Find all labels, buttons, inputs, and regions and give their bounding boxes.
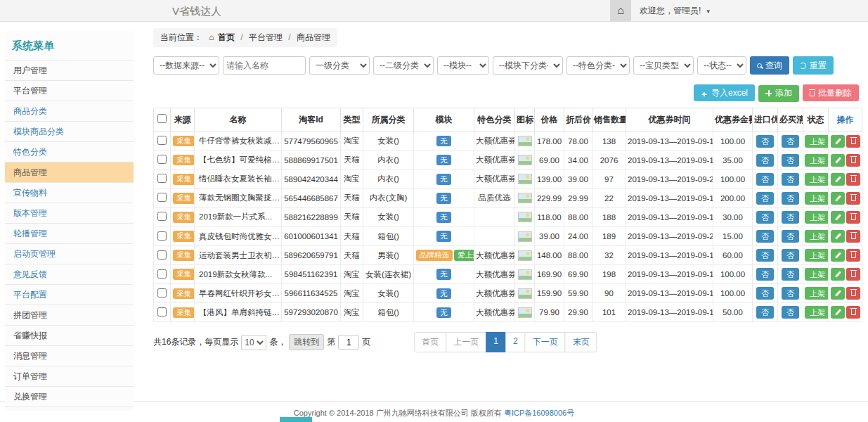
sidebar-item[interactable]: 订单管理 — [5, 366, 134, 387]
pager-next[interactable]: 下一页 — [525, 332, 566, 352]
row-checkbox[interactable] — [157, 288, 167, 298]
module-subcategory-select[interactable]: --模块下分类-- — [493, 56, 563, 75]
edit-button[interactable] — [831, 211, 845, 224]
sidebar-item[interactable]: 启动页管理 — [5, 244, 134, 264]
row-checkbox[interactable] — [157, 269, 167, 279]
item-type-select[interactable]: --宝贝类型-- — [633, 56, 694, 75]
must-buy-toggle[interactable]: 否 — [782, 287, 799, 300]
level2-category-select[interactable]: --二级分类-- — [373, 56, 434, 75]
import-select-toggle[interactable]: 否 — [756, 249, 774, 262]
status-button[interactable]: 上架 — [805, 287, 829, 300]
delete-button[interactable] — [846, 173, 860, 186]
status-select[interactable]: --状态-- — [697, 56, 746, 75]
sidebar-item[interactable] — [5, 407, 134, 411]
import-select-toggle[interactable]: 否 — [756, 192, 774, 205]
import-excel-button[interactable]: 导入excel — [694, 84, 755, 101]
breadcrumb-home-link[interactable]: 首页 — [218, 32, 235, 42]
sidebar-item[interactable]: 平台配置 — [5, 285, 134, 305]
sidebar-item[interactable]: 意见反馈 — [5, 264, 134, 285]
sidebar-item[interactable]: 宣传物料 — [5, 183, 134, 203]
import-select-toggle[interactable]: 否 — [756, 135, 774, 148]
edit-button[interactable] — [831, 135, 845, 148]
edit-button[interactable] — [831, 192, 845, 205]
sidebar-item[interactable]: 拼团管理 — [5, 305, 134, 326]
level1-category-select[interactable]: 一级分类 — [309, 56, 370, 75]
delete-button[interactable] — [846, 306, 860, 319]
must-buy-toggle[interactable]: 否 — [782, 135, 799, 148]
status-button[interactable]: 上架 — [805, 230, 829, 243]
must-buy-toggle[interactable]: 否 — [782, 306, 799, 319]
icp-link[interactable]: 粤ICP备16098006号 — [504, 409, 574, 417]
row-checkbox[interactable] — [157, 212, 167, 221]
delete-button[interactable] — [846, 211, 860, 224]
page-size-select[interactable]: 10 — [241, 335, 266, 350]
status-button[interactable]: 上架 — [805, 135, 829, 148]
status-button[interactable]: 上架 — [805, 192, 829, 205]
reset-button[interactable]: 重置 — [793, 56, 834, 75]
row-checkbox[interactable] — [157, 307, 167, 316]
delete-button[interactable] — [846, 154, 860, 167]
must-buy-toggle[interactable]: 否 — [782, 211, 799, 224]
status-button[interactable]: 上架 — [805, 154, 829, 167]
sidebar-item[interactable]: 特色分类 — [5, 142, 134, 162]
must-buy-toggle[interactable]: 否 — [782, 230, 799, 243]
import-select-toggle[interactable]: 否 — [756, 230, 774, 243]
delete-button[interactable] — [846, 192, 860, 205]
sidebar-item[interactable]: 兑换管理 — [5, 387, 134, 407]
delete-button[interactable] — [846, 268, 860, 281]
edit-button[interactable] — [831, 249, 845, 262]
home-button[interactable]: ⌂ — [610, 0, 631, 21]
row-checkbox[interactable] — [157, 155, 167, 164]
row-checkbox[interactable] — [157, 231, 167, 241]
sidebar-item[interactable]: 用户管理 — [5, 60, 134, 81]
jump-button[interactable]: 跳转到 — [289, 334, 324, 350]
delete-button[interactable] — [846, 249, 860, 262]
edit-button[interactable] — [831, 230, 845, 243]
user-menu[interactable]: 欢迎您，管理员! ▼ — [640, 5, 711, 17]
search-button[interactable]: 查询 — [750, 56, 789, 75]
status-button[interactable]: 上架 — [805, 173, 829, 186]
data-source-select[interactable]: --数据来源-- — [153, 56, 219, 75]
row-checkbox[interactable] — [157, 193, 167, 202]
sidebar-item[interactable]: 消息管理 — [5, 346, 134, 366]
batch-delete-button[interactable]: 批量删除 — [803, 84, 859, 101]
must-buy-toggle[interactable]: 否 — [782, 173, 799, 186]
edit-button[interactable] — [831, 154, 845, 167]
import-select-toggle[interactable]: 否 — [756, 287, 774, 300]
must-buy-toggle[interactable]: 否 — [782, 249, 799, 262]
must-buy-toggle[interactable]: 否 — [782, 268, 799, 281]
delete-button[interactable] — [846, 230, 860, 243]
delete-button[interactable] — [846, 135, 860, 148]
select-all-checkbox[interactable] — [157, 114, 167, 123]
feature-category-select[interactable]: --特色分类-- — [566, 56, 630, 75]
sidebar-item[interactable]: 省赚快报 — [5, 326, 134, 346]
sidebar-item[interactable]: 商品管理 — [5, 162, 134, 183]
import-select-toggle[interactable]: 否 — [756, 268, 774, 281]
sidebar-item[interactable]: 模块商品分类 — [5, 122, 134, 142]
import-select-toggle[interactable]: 否 — [756, 173, 774, 186]
must-buy-toggle[interactable]: 否 — [782, 154, 799, 167]
add-button[interactable]: 添加 — [758, 85, 799, 102]
row-checkbox[interactable] — [157, 250, 167, 260]
sidebar-item[interactable]: 轮播管理 — [5, 224, 134, 244]
pager-last[interactable]: 末页 — [565, 332, 597, 352]
page-jump-input[interactable] — [338, 335, 359, 350]
sidebar-item[interactable]: 版本管理 — [5, 203, 134, 224]
status-button[interactable]: 上架 — [805, 306, 829, 319]
delete-button[interactable] — [846, 287, 860, 300]
name-search-input[interactable] — [223, 56, 306, 75]
status-button[interactable]: 上架 — [805, 211, 829, 224]
edit-button[interactable] — [831, 287, 845, 300]
row-checkbox[interactable] — [157, 136, 167, 145]
edit-button[interactable] — [831, 306, 845, 319]
status-button[interactable]: 上架 — [805, 249, 829, 262]
pager-first[interactable]: 首页 — [414, 332, 446, 352]
pager-page-1[interactable]: 1 — [486, 332, 506, 352]
edit-button[interactable] — [831, 268, 845, 281]
import-select-toggle[interactable]: 否 — [756, 306, 774, 319]
pager-page-2[interactable]: 2 — [505, 332, 526, 352]
edit-button[interactable] — [831, 173, 845, 186]
module-select[interactable]: --模块-- — [437, 56, 489, 75]
row-checkbox[interactable] — [157, 174, 167, 183]
sidebar-item[interactable]: 平台管理 — [5, 81, 134, 101]
